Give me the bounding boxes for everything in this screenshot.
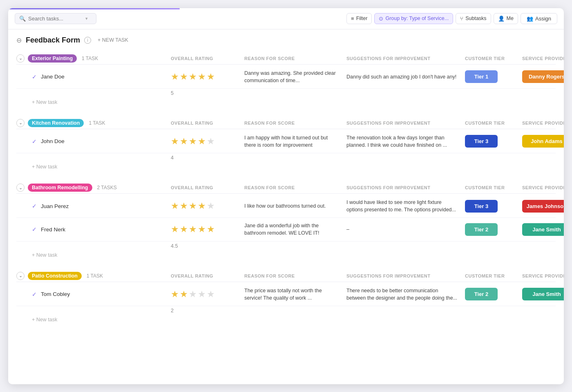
star-full: ★ (180, 201, 188, 211)
provider-cell: James Johnson (519, 200, 564, 213)
col-header-suggestions: SUGGESTIONS FOR IMPROVEMENT (343, 273, 462, 278)
avg-row: 5 (16, 89, 556, 97)
provider-badge[interactable]: John Adams (522, 135, 564, 148)
new-task-header-button[interactable]: + NEW TASK (95, 36, 131, 44)
task-name: John Doe (41, 138, 65, 144)
tier-badge[interactable]: Tier 3 (465, 200, 498, 213)
task-name-cell: ✓ John Doe (16, 138, 168, 145)
assign-button[interactable]: 👥 Assign (521, 13, 557, 24)
group-header-row: ⌄ Bathroom Remodelling 2 TASKS OVERALL R… (16, 181, 556, 194)
col-header-suggestions: SUGGESTIONS FOR IMPROVEMENT (343, 56, 462, 61)
new-task-row[interactable]: + New task (16, 250, 556, 260)
group-section-bathroom-remodelling: ⌄ Bathroom Remodelling 2 TASKS OVERALL R… (16, 181, 556, 260)
group-by-button[interactable]: ⊙ Group by: Type of Service... (374, 13, 453, 24)
avg-value: 2 (168, 308, 241, 314)
col-header-provider: SERVICE PROVIDER (519, 273, 564, 278)
star-empty: ★ (207, 136, 215, 147)
group-badge: Bathroom Remodelling (28, 184, 92, 192)
avg-value: 4 (168, 155, 241, 161)
progress-bar (8, 8, 180, 9)
star-full: ★ (189, 136, 197, 147)
page-title: Feedback Form (26, 36, 80, 45)
avg-value: 5 (168, 90, 241, 96)
check-icon: ✓ (32, 203, 37, 209)
content-area: ⊖ Feedback Form i + NEW TASK ⌄ Exterior … (8, 29, 564, 384)
filter-button[interactable]: ≡ Filter (346, 13, 372, 24)
new-task-row[interactable]: + New task (16, 161, 556, 171)
rating-cell: ★★★★★ (168, 201, 241, 211)
subtasks-icon: ⑂ (460, 16, 463, 22)
group-label-cell: ⌄ Patio Construction 1 TASK (16, 272, 168, 280)
info-icon[interactable]: i (84, 37, 91, 44)
star-full: ★ (207, 72, 215, 82)
star-full: ★ (171, 201, 179, 211)
tier-badge[interactable]: Tier 2 (465, 288, 498, 300)
col-header-reason: REASON FOR SCORE (241, 273, 343, 278)
task-name: Juan Perez (41, 203, 69, 209)
task-name-cell: ✓ Tom Cobley (16, 291, 168, 298)
provider-badge[interactable]: James Johnson (522, 200, 564, 213)
provider-badge[interactable]: Danny Rogers (522, 70, 564, 83)
groups-container: ⌄ Exterior Painting 1 TASK OVERALL RATIN… (16, 52, 556, 324)
star-full: ★ (180, 289, 188, 300)
group-collapse-btn[interactable]: ⌄ (16, 119, 25, 127)
subtasks-button[interactable]: ⑂ Subtasks (456, 13, 491, 24)
col-header-reason: REASON FOR SCORE (241, 56, 343, 61)
group-collapse-btn[interactable]: ⌄ (16, 272, 25, 280)
group-collapse-btn[interactable]: ⌄ (16, 54, 25, 63)
task-name: Fred Nerk (41, 226, 65, 233)
collapse-page-icon[interactable]: ⊖ (16, 36, 22, 44)
task-count: 1 TASK (89, 120, 105, 126)
check-icon: ✓ (32, 74, 37, 80)
provider-badge[interactable]: Jane Smith (522, 288, 564, 300)
col-header-tier: CUSTOMER TIER (462, 56, 519, 61)
task-name-cell: ✓ Jane Doe (16, 74, 168, 80)
provider-cell: Danny Rogers (519, 70, 564, 83)
suggestions-cell: I would have liked to see more light fix… (343, 199, 462, 213)
star-empty: ★ (189, 289, 197, 300)
tier-badge[interactable]: Tier 1 (465, 70, 498, 83)
group-badge: Exterior Painting (28, 54, 77, 63)
search-input[interactable] (28, 16, 81, 22)
chevron-down-icon: ⌄ (19, 185, 22, 190)
task-count: 1 TASK (87, 273, 103, 279)
col-header-suggestions: SUGGESTIONS FOR IMPROVEMENT (343, 121, 462, 125)
avg-row: 2 (16, 306, 556, 314)
group-header-row: ⌄ Kitchen Renovation 1 TASK OVERALL RATI… (16, 116, 556, 129)
reason-cell: Danny was amazing. She provided clear co… (241, 69, 343, 84)
app-window: 🔍 ▾ ≡ Filter ⊙ Group by: Type of Service… (8, 8, 564, 384)
reason-cell: I am happy with how it turned out but th… (241, 134, 343, 149)
star-full: ★ (171, 72, 179, 82)
tier-badge[interactable]: Tier 3 (465, 135, 498, 148)
star-full: ★ (180, 136, 188, 147)
star-full: ★ (189, 201, 197, 211)
chevron-down-icon: ⌄ (19, 56, 22, 61)
me-button[interactable]: 👤 Me (494, 13, 518, 24)
group-header-row: ⌄ Exterior Painting 1 TASK OVERALL RATIN… (16, 52, 556, 65)
col-header-rating: OVERALL RATING (168, 121, 241, 125)
star-full: ★ (198, 224, 206, 235)
task-row: ✓ Fred Nerk ★★★★★ Jane did a wonderful j… (16, 218, 556, 241)
group-label-cell: ⌄ Exterior Painting 1 TASK (16, 54, 168, 63)
col-header-rating: OVERALL RATING (168, 185, 241, 190)
toolbar-actions: ≡ Filter ⊙ Group by: Type of Service... … (346, 13, 557, 24)
chevron-down-icon: ⌄ (19, 120, 22, 125)
new-task-row[interactable]: + New task (16, 314, 556, 324)
task-row: ✓ Tom Cobley ★★★★★ The price was totally… (16, 283, 556, 306)
search-box[interactable]: 🔍 ▾ (15, 13, 96, 24)
tier-badge[interactable]: Tier 2 (465, 223, 498, 236)
tier-cell: Tier 1 (462, 70, 519, 83)
check-icon: ✓ (32, 291, 37, 298)
suggestions-cell: Danny did such an amazing job I don't ha… (343, 73, 462, 81)
col-header-reason: REASON FOR SCORE (241, 185, 343, 190)
rating-cell: ★★★★★ (168, 136, 241, 147)
task-name-cell: ✓ Juan Perez (16, 203, 168, 209)
task-name: Jane Doe (41, 74, 65, 80)
page-header: ⊖ Feedback Form i + NEW TASK (16, 36, 556, 45)
col-header-tier: CUSTOMER TIER (462, 273, 519, 278)
new-task-row[interactable]: + New task (16, 97, 556, 107)
provider-badge[interactable]: Jane Smith (522, 223, 564, 236)
col-header-provider: SERVICE PROVIDER (519, 56, 564, 61)
chevron-down-icon: ▾ (85, 16, 88, 21)
group-collapse-btn[interactable]: ⌄ (16, 184, 25, 192)
